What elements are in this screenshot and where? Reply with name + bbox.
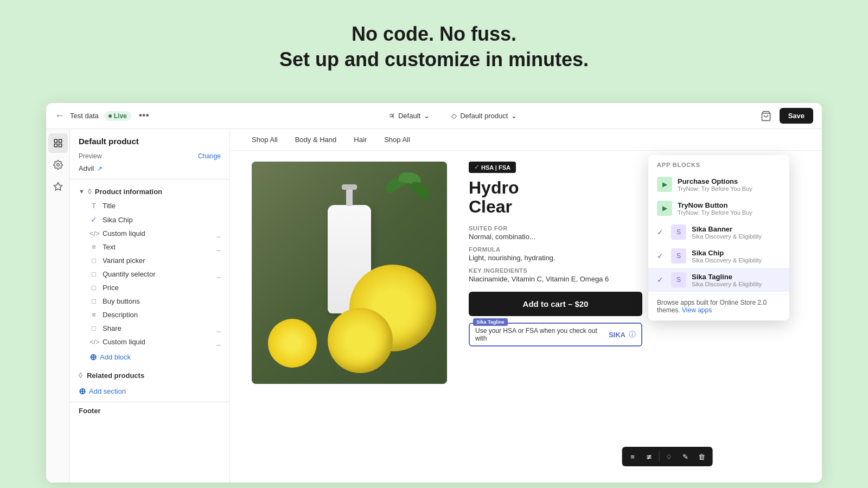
external-link-icon[interactable]: ↗ [97,165,103,172]
sika-chip-check: ✓ [657,252,666,260]
globe-dropdown[interactable]: ♃ Default ⌄ [384,110,434,122]
advil-row: Advil ↗ [70,164,229,179]
add-block-row[interactable]: ⊕ Add block [70,349,229,365]
editor-body: Default product Preview Change Advil ↗ ▼… [46,129,822,483]
add-section-label: Add section [89,387,126,395]
tree-item-price[interactable]: □ Price [70,281,229,294]
related-products-row[interactable]: ◊ Related products [70,368,229,383]
sika-tagline-container: Sika Tagline Use your HSA or FSA when yo… [469,323,642,346]
tree-item-share[interactable]: □ Share ⎯ [70,322,229,335]
nav-hair[interactable]: Hair [354,136,367,144]
sika-chip-icon: S [671,248,686,264]
topbar-left: ← Test data Live ••• [55,110,149,121]
topbar: ← Test data Live ••• ♃ Default ⌄ ◇ Defau… [46,103,822,129]
svg-rect-3 [54,144,57,147]
edit-action-quantity[interactable]: ⎯ [216,270,221,278]
toolbar-delete[interactable]: 🗑 [694,449,709,464]
tree-item-quantity-selector[interactable]: □ Quantity selector ⎯ [70,267,229,281]
sika-tagline-badge: Sika Tagline [473,318,508,326]
text-label: Text [103,243,212,251]
add-to-cart-button[interactable]: Add to cart – $20 [469,292,642,316]
left-panel: Default product Preview Change Advil ↗ ▼… [70,129,230,483]
trynow-icon: ▶ [657,201,672,216]
product-info-header[interactable]: ▼ ◊ Product information [70,184,229,199]
tree-item-custom-liquid-1[interactable]: </> Custom liquid ⎯ [70,227,229,240]
sidebar-icon-apps[interactable] [48,177,68,196]
lemon-medium [328,308,393,373]
svg-rect-4 [59,144,61,147]
sika-tagline-text-block: Sika Tagline Sika Discovery & Eligibilit… [692,273,781,287]
leaf-3 [409,179,432,201]
sika-tagline-sub: Sika Discovery & Eligibility [692,281,781,287]
chevron-down-icon: ⌄ [424,112,430,120]
sika-logo: SIKA [609,331,626,339]
purchase-options-sub: TryNow: Try Before You Buy [678,185,781,192]
toolbar-sep-1 [659,451,659,462]
more-options-button[interactable]: ••• [139,110,149,121]
tree-item-description[interactable]: ≡ Description [70,308,229,322]
store-nav: Shop All Body & Hand Hair Shop All [230,129,822,151]
description-label: Description [103,311,221,319]
tree-item-title[interactable]: T Title [70,199,229,213]
cart-icon-button[interactable] [757,107,775,125]
live-badge: Live [104,111,131,121]
edit-action-2[interactable]: ⎯ [216,338,221,346]
sidebar-icon-sections[interactable] [48,133,68,153]
nav-shop-all-1[interactable]: Shop All [252,136,278,144]
section-hex-icon: ◊ [88,187,92,196]
preview-label: Preview [79,152,102,160]
save-button[interactable]: Save [780,108,813,124]
app-block-sika-chip[interactable]: ✓ S Sika Chip Sika Discovery & Eligibili… [648,244,789,268]
preview-product-name: Advil [79,164,94,172]
sika-chip-text: Sika Chip Sika Discovery & Eligibility [692,249,781,264]
custom-liquid-label-2: Custom liquid [103,338,212,346]
buy-icon: □ [90,297,98,305]
nav-body-hand[interactable]: Body & Hand [295,136,337,144]
back-icon[interactable]: ← [55,110,65,121]
editor-container: ← Test data Live ••• ♃ Default ⌄ ◇ Defau… [46,103,822,483]
trynow-text: TryNow Button TryNow: Try Before You Buy [678,201,781,216]
add-block-label: Add block [100,353,131,361]
toolbar-align-right[interactable]: ≢ [641,449,656,464]
product-info-label: Product information [95,188,162,196]
tree-item-sika-chip[interactable]: ✓ Sika Chip [70,213,229,227]
add-section-row[interactable]: ⊕ Add section [70,383,229,400]
buy-buttons-label: Buy buttons [103,297,221,305]
trynow-sub: TryNow: Try Before You Buy [678,209,781,216]
toolbar-edit[interactable]: ✎ [678,449,693,464]
footer-section-label: Footer [70,402,229,419]
info-circle-icon[interactable]: ⓘ [629,330,636,339]
view-apps-link[interactable]: View apps [682,306,712,314]
toolbar-align-left[interactable]: ≡ [625,449,640,464]
sika-banner-text: Sika Banner Sika Discovery & Eligibility [692,225,781,240]
edit-action-share[interactable]: ⎯ [216,324,221,332]
hsa-check-icon: ✓ [474,164,479,171]
app-block-trynow[interactable]: ▶ TryNow Button TryNow: Try Before You B… [648,196,789,220]
share-label: Share [103,324,212,332]
tree-item-buy-buttons[interactable]: □ Buy buttons [70,294,229,308]
tree-item-text[interactable]: ≡ Text ⎯ [70,240,229,254]
panel-header: Default product [70,129,229,150]
sidebar-icon-settings[interactable] [48,155,68,175]
hero-section: No code. No fuss. Set up and customize i… [0,0,868,89]
icon-sidebar [46,129,70,483]
sika-tagline-check: ✓ [657,275,666,284]
tree-item-custom-liquid-2[interactable]: </> Custom liquid ⎯ [70,335,229,349]
sika-chip-check-icon: ✓ [90,215,98,224]
sika-tagline-text: Use your HSA or FSA when you check out w… [475,327,605,342]
change-link[interactable]: Change [198,152,221,160]
title-icon: T [90,202,98,210]
edit-action-1[interactable]: ⎯ [216,229,221,237]
app-block-purchase-options[interactable]: ▶ Purchase Options TryNow: Try Before Yo… [648,172,789,196]
live-dot [108,114,112,118]
lemon-half [268,319,317,368]
app-blocks-title: APP BLOCKS [648,162,789,172]
nav-shop-all-2[interactable]: Shop All [384,136,410,144]
app-block-sika-tagline[interactable]: ✓ S Sika Tagline Sika Discovery & Eligib… [648,268,789,292]
app-block-sika-banner[interactable]: ✓ S Sika Banner Sika Discovery & Eligibi… [648,220,789,244]
edit-action-text[interactable]: ⎯ [216,243,221,251]
product-dropdown[interactable]: ◇ Default product ⌄ [447,110,521,122]
toolbar-link[interactable]: ♢ [661,449,676,464]
tree-item-variant-picker[interactable]: □ Variant picker [70,254,229,267]
share-icon: □ [90,324,98,332]
